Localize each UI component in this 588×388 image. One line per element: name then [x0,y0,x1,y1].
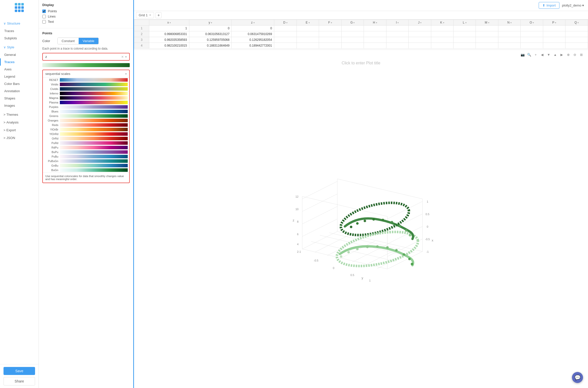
table-cell[interactable] [364,43,386,49]
table-cell[interactable] [319,37,341,43]
colorscale-select-row[interactable]: sequential scales ▾ [43,70,129,78]
sidebar-item-shapes[interactable]: Shapes [0,95,39,102]
colorscale-option[interactable]: PuBu [43,154,129,159]
colorscale-option[interactable]: PuBuGn [43,159,129,163]
colorscale-option[interactable]: Cividis [43,87,129,91]
table-cell[interactable] [498,43,520,49]
table-cell[interactable] [409,31,431,37]
table-cell[interactable] [454,43,476,49]
colorscale-option[interactable]: Magma [43,96,129,100]
grid-tab-1[interactable]: Grid 1 ✕ [136,12,154,18]
col-header-z[interactable]: z▾ [232,20,274,26]
table-cell[interactable] [454,26,476,31]
table-cell[interactable] [521,31,543,37]
table-cell[interactable]: 0.189442772001 [232,43,274,49]
table-cell[interactable] [319,31,341,37]
table-cell[interactable] [521,37,543,43]
col-header-x[interactable]: x▾ [149,20,189,26]
table-cell[interactable] [454,37,476,43]
table-cell[interactable]: 0.992035358593 [149,37,189,43]
sidebar-item-structure[interactable]: ∨ Structure [0,20,39,27]
table-cell[interactable] [543,37,565,43]
colorscale-option[interactable]: YlOrRd [43,132,129,136]
table-cell[interactable] [565,26,588,31]
colorscale-option[interactable]: Oranges [43,118,129,123]
col-header-p[interactable]: P▾ [543,20,565,26]
col-header-j[interactable]: J▾ [409,20,431,26]
col-header-q[interactable]: Q▾ [565,20,588,26]
table-cell[interactable] [319,26,341,31]
constant-btn[interactable]: Constant [58,38,79,44]
sidebar-item-images[interactable]: Images [0,102,39,109]
table-cell[interactable] [386,37,408,43]
table-cell[interactable] [274,26,297,31]
import-button[interactable]: ⬆ Import [539,2,559,9]
table-cell[interactable]: 0.998006853331 [149,31,189,37]
table-cell[interactable] [297,26,319,31]
table-cell[interactable] [274,37,297,43]
pan-right-icon[interactable]: ▶ [559,52,564,57]
table-cell[interactable] [274,31,297,37]
col-header-d[interactable]: D▾ [274,20,297,26]
zoom-out-icon[interactable]: ⊖ [572,52,577,57]
col-header-m[interactable]: M▾ [476,20,498,26]
sidebar-item-general[interactable]: General [0,51,39,58]
table-cell[interactable] [319,43,341,49]
sidebar-item-analysis[interactable]: > Analysis [0,118,39,126]
pan-left-icon[interactable]: ◀ [539,52,545,57]
col-header-f[interactable]: F▾ [319,20,341,26]
table-cell[interactable] [341,26,364,31]
sidebar-item-json[interactable]: > JSON [0,134,39,142]
table-cell[interactable] [431,43,453,49]
table-cell[interactable] [498,37,520,43]
sidebar-item-themes[interactable]: > Themes [0,111,39,118]
table-cell[interactable] [409,43,431,49]
table-cell[interactable] [364,26,386,31]
col-header-i[interactable]: I▾ [386,20,408,26]
sidebar-item-traces-style[interactable]: Traces [0,58,39,66]
col-header-l[interactable]: L▾ [454,20,476,26]
col-header-h[interactable]: H▾ [364,20,386,26]
table-cell[interactable] [476,26,498,31]
colorscale-option[interactable]: OrRd [43,136,129,141]
z-field-dropdown-icon[interactable]: ▾ [125,55,127,59]
grid-add-button[interactable]: + [156,12,162,18]
chat-bubble[interactable]: 💬 [572,372,583,383]
table-cell[interactable]: 0.0631056313127 [189,31,232,37]
zoom-icon[interactable]: 🔍 [526,52,532,57]
table-cell[interactable] [431,26,453,31]
table-cell[interactable] [297,43,319,49]
col-header-o[interactable]: O▾ [521,20,543,26]
table-cell[interactable] [498,26,520,31]
sidebar-item-subplots[interactable]: Subplots [0,35,39,42]
grid-view-icon[interactable]: ⊞ [578,52,584,57]
pan-down-icon[interactable]: ▼ [546,52,551,57]
sidebar-item-legend[interactable]: Legend [0,73,39,80]
table-cell[interactable]: 0.982100210015 [149,43,189,49]
share-button[interactable]: Share [4,377,35,385]
table-cell[interactable] [297,31,319,37]
lines-checkbox[interactable] [42,15,46,18]
table-cell[interactable] [543,31,565,37]
table-cell[interactable] [297,37,319,43]
table-cell[interactable] [476,31,498,37]
table-cell[interactable] [521,26,543,31]
table-cell[interactable] [274,43,297,49]
colorscale-option[interactable]: Reds [43,123,129,127]
colorscale-option[interactable]: Greens [43,114,129,118]
z-field-clear-icon[interactable]: ✕ [121,55,124,59]
table-cell[interactable] [386,31,408,37]
colorscale-option[interactable]: GnBu [43,163,129,168]
table-cell[interactable] [431,31,453,37]
points-checkbox[interactable] [42,10,46,13]
colorscale-option[interactable]: Purples [43,105,129,109]
sidebar-item-axes[interactable]: Axes [0,66,39,73]
colorscale-option[interactable]: RdPu [43,145,129,150]
table-cell[interactable] [454,31,476,37]
table-cell[interactable] [341,31,364,37]
table-cell[interactable] [386,43,408,49]
save-button[interactable]: Save [4,367,35,375]
table-cell[interactable] [476,37,498,43]
zoom-in-icon[interactable]: ⊕ [565,52,571,57]
table-cell[interactable] [409,26,431,31]
